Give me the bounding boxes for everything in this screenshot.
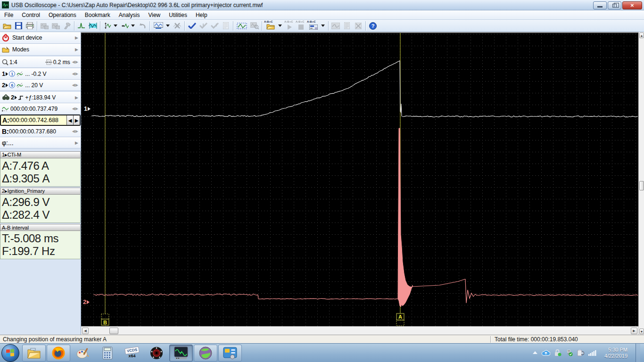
report-list-button[interactable] bbox=[341, 21, 353, 31]
horizontal-scale-dropdown[interactable] bbox=[131, 25, 135, 27]
taskbar-item-firefox[interactable] bbox=[47, 345, 70, 362]
marker-a-row[interactable]: A:000:00:00.742.688 ◀ ▶ bbox=[0, 115, 81, 126]
start-button[interactable] bbox=[1, 344, 19, 362]
minimize-button[interactable] bbox=[593, 1, 607, 9]
vertical-scale-button[interactable] bbox=[102, 21, 113, 31]
script-open-button[interactable]: A:B+C bbox=[264, 21, 278, 31]
modes-row[interactable]: Modes ▶ bbox=[0, 44, 81, 56]
usb-safely-remove-icon[interactable] bbox=[566, 349, 573, 356]
phase-row[interactable]: φ:... ▶ bbox=[0, 137, 81, 148]
script-open-dropdown[interactable] bbox=[278, 25, 282, 27]
menu-help[interactable]: Help bbox=[191, 11, 212, 19]
cloud-sync-icon[interactable] bbox=[542, 350, 550, 356]
close-button[interactable]: ✕ bbox=[622, 1, 642, 9]
measure-panel3-header[interactable]: A-B interval bbox=[0, 224, 81, 231]
horizontal-scroll-thumb[interactable] bbox=[109, 328, 118, 334]
search-wave-button[interactable] bbox=[249, 21, 260, 31]
menu-view[interactable]: View bbox=[144, 11, 165, 19]
restore-button[interactable] bbox=[608, 1, 621, 9]
trigger-row[interactable]: 2 +ƒ: 183.94 V ▶ bbox=[0, 92, 81, 103]
accept-next-button[interactable] bbox=[198, 21, 209, 31]
scroll-right-button[interactable]: ▶ bbox=[631, 328, 637, 334]
preview-window-button[interactable] bbox=[151, 21, 165, 31]
chevron-right-icon[interactable]: ▶ bbox=[75, 35, 80, 40]
channel2-row[interactable]: 2 6 ... 20 V ◀▶ bbox=[0, 80, 81, 91]
script-stop-button[interactable]: A:B+C bbox=[295, 21, 306, 31]
script-run-button[interactable]: A:B+C bbox=[284, 21, 295, 31]
show-hidden-icons-button[interactable] bbox=[533, 351, 537, 354]
save-fragment-button[interactable] bbox=[39, 21, 50, 31]
measure-panel1-header[interactable]: 1▸CTi-M bbox=[0, 151, 81, 158]
print-button[interactable] bbox=[24, 21, 35, 31]
marker-a-step-right[interactable]: ▶ bbox=[73, 115, 80, 125]
chevron-right-icon[interactable]: ▶ bbox=[75, 95, 80, 100]
undo-button[interactable] bbox=[137, 21, 148, 31]
taskbar-clock[interactable]: 5:30 PM 4/22/2019 bbox=[601, 347, 631, 359]
scroll-up-button[interactable]: ▲ bbox=[639, 33, 644, 38]
save-file-button[interactable] bbox=[13, 21, 24, 31]
accept-button[interactable] bbox=[186, 21, 198, 31]
lock-icon[interactable] bbox=[554, 349, 561, 356]
vertical-scale-dropdown[interactable] bbox=[114, 25, 117, 27]
taskbar-item-globe[interactable] bbox=[194, 345, 217, 362]
taskbar-item-vcds[interactable]: VCDS x64 bbox=[120, 345, 144, 362]
delete-window-button[interactable] bbox=[353, 21, 364, 31]
power-plug-icon[interactable] bbox=[577, 349, 584, 356]
timebase-steppers[interactable]: ◀▶ bbox=[72, 60, 80, 64]
show-desktop-button[interactable] bbox=[636, 344, 640, 362]
title-bar: USB Oscilloscope - C:\Users\Zap Auto Rep… bbox=[0, 0, 644, 10]
start-device-row[interactable]: Start device ▶ bbox=[0, 32, 81, 44]
oscilloscope-display[interactable]: BA 1 2 bbox=[81, 32, 638, 326]
channel1-steppers[interactable]: ◀▶ bbox=[72, 72, 80, 76]
menu-control[interactable]: Control bbox=[17, 11, 44, 19]
menu-utilities[interactable]: Utilities bbox=[165, 11, 191, 19]
menu-operations[interactable]: Operations bbox=[44, 11, 81, 19]
measure-panel2-body: A:296.9 V Δ:282.4 V bbox=[0, 195, 81, 223]
measure-panel2-header[interactable]: 2▸Ignition_Primary bbox=[0, 188, 81, 195]
sync-time-steppers[interactable]: ◀▶ bbox=[72, 107, 80, 111]
chevron-right-icon[interactable]: ▶ bbox=[75, 47, 80, 52]
impulse-view-button[interactable] bbox=[76, 21, 87, 31]
scroll-left-button[interactable]: ◀ bbox=[82, 328, 89, 334]
channel2-steppers[interactable]: ◀▶ bbox=[72, 83, 80, 87]
taskbar-item-calculator[interactable] bbox=[96, 345, 119, 362]
select-fragment-button[interactable] bbox=[235, 21, 249, 31]
help-button[interactable]: ? bbox=[367, 21, 379, 31]
channel1-zero-marker[interactable]: 1 bbox=[84, 105, 91, 112]
svg-text:?: ? bbox=[372, 23, 375, 29]
channel1-row[interactable]: 1 1 ... -0.2 V ◀▶ bbox=[0, 68, 81, 80]
menu-file[interactable]: File bbox=[0, 11, 17, 19]
taskbar-item-paint[interactable] bbox=[71, 345, 95, 362]
horizontal-scrollbar[interactable]: ◀ ▶ bbox=[81, 326, 638, 335]
taskbar-item-oscilloscope[interactable] bbox=[169, 345, 193, 362]
vertical-scrollbar[interactable]: ▲ ▼ bbox=[638, 32, 644, 335]
chevron-right-icon[interactable]: ▶ bbox=[75, 140, 80, 145]
horizontal-scale-button[interactable] bbox=[119, 21, 131, 31]
marker-b-steppers[interactable]: ◀▶ bbox=[72, 129, 80, 133]
accept-prev-button[interactable] bbox=[209, 21, 220, 31]
report-button[interactable] bbox=[220, 21, 231, 31]
taskbar-item-control-panel[interactable] bbox=[218, 345, 242, 362]
script-panel-button[interactable]: A:B+C bbox=[306, 21, 321, 31]
menu-bookmark[interactable]: Bookmark bbox=[81, 11, 115, 19]
sync-time-row[interactable]: 000:00:00.737.479 ◀▶ bbox=[0, 103, 81, 115]
preview-window-dropdown[interactable] bbox=[166, 25, 170, 27]
marker-a-step-left[interactable]: ◀ bbox=[66, 115, 73, 125]
menu-analysis[interactable]: Analysis bbox=[115, 11, 144, 19]
taskbar-item-wheel[interactable] bbox=[145, 345, 168, 362]
save-all-fragments-button[interactable] bbox=[50, 21, 61, 31]
taskbar-item-explorer[interactable] bbox=[22, 345, 46, 362]
tools-button[interactable] bbox=[61, 21, 73, 31]
delete-fragment-button[interactable] bbox=[172, 21, 183, 31]
marked-wave-button[interactable] bbox=[87, 21, 99, 31]
marker-b-row[interactable]: B: 000:00:00.737.680 ◀▶ bbox=[0, 126, 81, 137]
open-file-button[interactable] bbox=[1, 21, 13, 31]
ab-interval-time: T:-5.008 ms bbox=[2, 232, 79, 245]
script-panel-dropdown[interactable] bbox=[321, 25, 325, 27]
network-signal-icon[interactable] bbox=[588, 350, 596, 356]
zoom-timebase-row[interactable]: 1:4 0.2 ms ◀▶ bbox=[0, 57, 81, 68]
channel2-zero-marker[interactable]: 2 bbox=[83, 298, 90, 305]
wave-window-button[interactable] bbox=[330, 21, 341, 31]
vertical-scroll-thumb[interactable] bbox=[639, 181, 644, 190]
scroll-down-button[interactable]: ▼ bbox=[639, 329, 644, 334]
